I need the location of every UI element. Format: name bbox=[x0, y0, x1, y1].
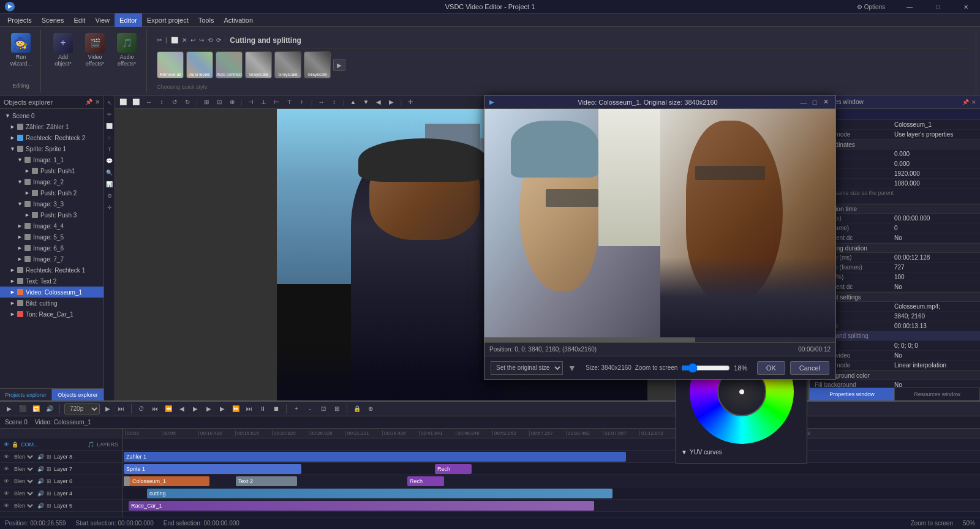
tree-item-racecar[interactable]: ► Ton: Race_Car_1 bbox=[0, 309, 104, 320]
circle-tool[interactable]: ○ bbox=[105, 133, 115, 143]
tree-item-image66[interactable]: ► Image: 6_6 bbox=[0, 242, 104, 253]
chart-tool[interactable]: 📊 bbox=[105, 179, 115, 189]
pin-icon[interactable]: 📌 bbox=[85, 99, 92, 105]
tl-zoom-screen-btn[interactable]: ⊞ bbox=[331, 403, 342, 415]
tl-prev-small-btn[interactable]: ◀ bbox=[176, 403, 187, 415]
tl-zoom-fit-btn[interactable]: ⊡ bbox=[318, 403, 329, 415]
clip-rech1[interactable]: Rech bbox=[435, 464, 472, 474]
tree-item-cutting[interactable]: ► Bild: cutting bbox=[0, 298, 104, 309]
dialog-minimize-btn[interactable]: — bbox=[799, 97, 809, 107]
close-props-icon[interactable]: ✕ bbox=[971, 99, 976, 105]
audio-effects-btn[interactable]: 🎵 Audioeffects* bbox=[112, 32, 141, 69]
dialog-scrollbar[interactable] bbox=[484, 337, 835, 342]
move-right-btn[interactable]: ▶ bbox=[386, 97, 397, 108]
menu-export[interactable]: Export project bbox=[142, 13, 194, 27]
menu-edit[interactable]: Edit bbox=[69, 13, 90, 27]
auto-levels-btn[interactable]: Auto levels bbox=[186, 51, 213, 78]
dialog-size-select[interactable]: Set the original size bbox=[491, 361, 563, 375]
hue-wheel-cursor[interactable] bbox=[738, 388, 745, 396]
clip-rech2[interactable]: Rech bbox=[407, 476, 444, 486]
dialog-scrollbar-thumb[interactable] bbox=[484, 337, 695, 342]
tl-next-small-btn[interactable]: ▶ bbox=[217, 403, 228, 415]
run-wizard-btn[interactable]: 🧙 RunWizard... bbox=[6, 32, 36, 69]
track-layer5[interactable]: Race_Car_1 bbox=[123, 500, 980, 512]
grayscale-3-btn[interactable]: Grayscale bbox=[304, 51, 331, 78]
pin-props-icon[interactable]: 📌 bbox=[962, 99, 969, 105]
add-object-btn[interactable]: + Addobject* bbox=[48, 32, 78, 69]
pen-tool[interactable]: ✏ bbox=[105, 110, 115, 119]
track-layer8[interactable]: Zahler 1 bbox=[123, 451, 980, 463]
tl-end-btn[interactable]: ⏹ bbox=[271, 403, 282, 415]
tl-zoom-out-btn[interactable]: - bbox=[304, 403, 315, 415]
dialog-zoom-slider[interactable] bbox=[681, 363, 730, 373]
clip-text2[interactable]: Text 2 bbox=[236, 476, 297, 486]
crosshair-btn[interactable]: ✛ bbox=[405, 97, 416, 108]
layer6-blend-select[interactable]: Blend bbox=[12, 477, 35, 486]
clip-colosseum[interactable]: Colosseum_1 bbox=[130, 476, 209, 486]
grayscale-2-btn[interactable]: Grayscale bbox=[274, 51, 301, 78]
tree-item-rechteck2[interactable]: ► Rechteck: Rechteck 2 bbox=[0, 132, 104, 143]
select-all-btn[interactable]: ⬜ bbox=[118, 97, 129, 108]
align-right-btn[interactable]: ⊢ bbox=[271, 97, 282, 108]
more-tools-btn[interactable]: ▶ bbox=[333, 59, 345, 71]
tl-resolution-select[interactable]: 720p 1080p 480p bbox=[64, 403, 100, 415]
tl-prev-frame-btn[interactable]: ⏮ bbox=[149, 403, 160, 415]
menu-view[interactable]: View bbox=[90, 13, 115, 27]
filter-tool[interactable]: ⚙ bbox=[105, 191, 115, 201]
layer8-blend-select[interactable]: Blend bbox=[12, 452, 35, 461]
text-tool[interactable]: T bbox=[105, 144, 115, 154]
shape-tool[interactable]: ⬜ bbox=[105, 121, 115, 131]
grayscale-1-btn[interactable]: Grayscale bbox=[245, 51, 272, 78]
remove-all-btn[interactable]: Remove all bbox=[157, 51, 184, 78]
dialog-cancel-btn[interactable]: Cancel bbox=[790, 361, 829, 375]
zoom-tool[interactable]: 🔍 bbox=[105, 168, 115, 178]
clip-racecar[interactable]: Race_Car_1 bbox=[129, 501, 594, 511]
track-layer7[interactable]: Sprite 1 Rech bbox=[123, 463, 980, 475]
snap-btn[interactable]: ⊡ bbox=[214, 97, 225, 108]
video-effects-btn[interactable]: 🎬 Videoeffects* bbox=[80, 32, 110, 69]
tree-item-image55[interactable]: ► Image: 5_5 bbox=[0, 231, 104, 242]
menu-tools[interactable]: Tools bbox=[194, 13, 219, 27]
center-btn[interactable]: ⊕ bbox=[227, 97, 238, 108]
tl-play3-btn[interactable]: ▶ bbox=[190, 403, 201, 415]
rotate-r-btn[interactable]: ↻ bbox=[182, 97, 193, 108]
tl-prev-btn[interactable]: ⏪ bbox=[163, 403, 174, 415]
auto-contrast-btn[interactable]: Auto contrast bbox=[216, 51, 243, 78]
tree-item-text2[interactable]: ► Text: Text 2 bbox=[0, 276, 104, 287]
tl-zoom-in-btn[interactable]: + bbox=[291, 403, 302, 415]
align-bottom-btn[interactable]: ⊦ bbox=[297, 97, 308, 108]
clip-zahler[interactable]: Zahler 1 bbox=[124, 452, 626, 462]
tl-play2-btn[interactable]: ▶ bbox=[102, 403, 113, 415]
clip-cutting[interactable]: cutting bbox=[147, 489, 612, 498]
align-center-btn[interactable]: ⊥ bbox=[258, 97, 270, 108]
tl-lock-btn[interactable]: 🔒 bbox=[352, 403, 363, 415]
maximize-btn[interactable]: □ bbox=[924, 0, 952, 13]
tree-item-image44[interactable]: ► Image: 4_4 bbox=[0, 220, 104, 231]
tree-item-push3[interactable]: ► Push: Push 3 bbox=[0, 209, 104, 220]
align-top-btn[interactable]: ⊤ bbox=[284, 97, 295, 108]
minimize-btn[interactable]: — bbox=[895, 0, 924, 13]
grid-btn[interactable]: ⊞ bbox=[201, 97, 212, 108]
options-btn[interactable]: ⚙ Options bbox=[846, 0, 895, 13]
distribute-v-btn[interactable]: ↕ bbox=[329, 97, 340, 108]
tl-pause-btn[interactable]: ⏸ bbox=[257, 403, 268, 415]
close-explorer-icon[interactable]: ✕ bbox=[95, 99, 100, 105]
flip-v-btn[interactable]: ↕ bbox=[156, 97, 167, 108]
resources-window-tab[interactable]: Resources window bbox=[895, 388, 980, 400]
tree-item-colosseum[interactable]: ► Video: Colosseum_1 bbox=[0, 287, 104, 298]
timeline-tracks[interactable]: 00:00 00:05 00:10.410 00:15.615 00:20.82… bbox=[123, 429, 980, 517]
tree-item-zahler[interactable]: ► Zähler: Zähler 1 bbox=[0, 121, 104, 132]
layer5-blend-select[interactable]: Blend bbox=[12, 501, 35, 510]
projects-tab[interactable]: Projects explorer bbox=[0, 389, 52, 400]
bubble-tool[interactable]: 💬 bbox=[105, 156, 115, 166]
align-left-btn[interactable]: ⊣ bbox=[246, 97, 257, 108]
menu-projects[interactable]: Projects bbox=[2, 13, 37, 27]
rotate-l-btn[interactable]: ↺ bbox=[169, 97, 180, 108]
yuv-header[interactable]: ▼ YUV curves bbox=[681, 449, 802, 456]
tree-item-sprite1[interactable]: ▼ Sprite: Sprite 1 bbox=[0, 143, 104, 154]
objects-tab[interactable]: Objects explorer bbox=[52, 389, 104, 400]
flip-h-btn[interactable]: ↔ bbox=[143, 97, 154, 108]
deselect-btn[interactable]: ⬜ bbox=[130, 97, 141, 108]
menu-editor[interactable]: Editor bbox=[115, 13, 142, 27]
tl-stop-btn[interactable]: ⬛ bbox=[17, 403, 28, 415]
